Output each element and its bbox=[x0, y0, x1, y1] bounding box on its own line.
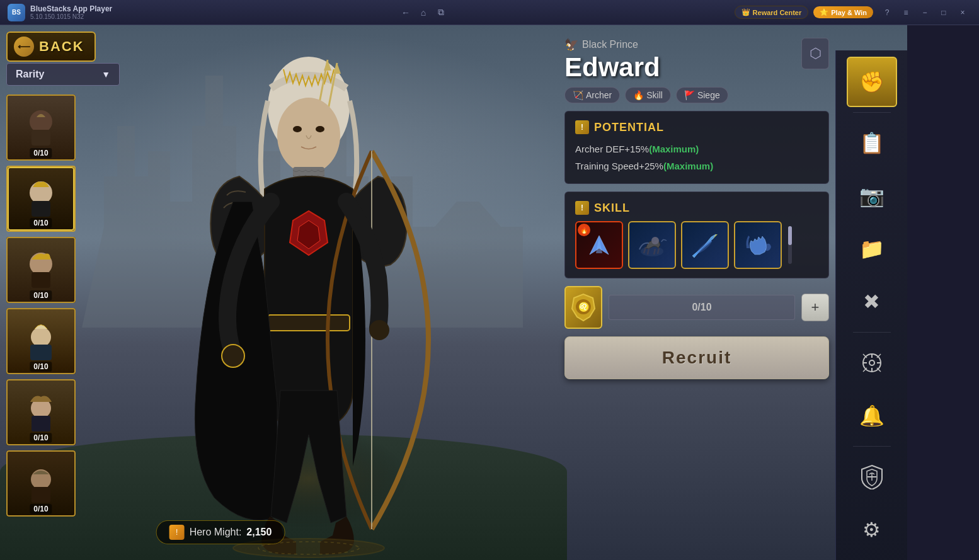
title-bar-left: BS BlueStacks App Player 5.10.150.1015 N… bbox=[8, 4, 112, 21]
back-label: BACK bbox=[39, 38, 84, 55]
help-btn[interactable]: ? bbox=[878, 6, 896, 20]
rarity-dropdown[interactable]: Rarity ▼ bbox=[6, 63, 120, 86]
hero-list-item-2[interactable]: 0/10 bbox=[6, 166, 76, 232]
sidebar-divider-1 bbox=[853, 112, 891, 113]
skill-scroll-thumb bbox=[788, 226, 792, 245]
hero-title-icon: 🦅 bbox=[564, 38, 578, 52]
sidebar-icon-shield[interactable] bbox=[847, 452, 897, 502]
sidebar-divider-2 bbox=[853, 332, 891, 333]
skill-cavalry-svg bbox=[636, 229, 668, 261]
potential-exclamation-icon: ! bbox=[575, 120, 589, 134]
recruit-add-button[interactable]: + bbox=[801, 294, 829, 321]
sidebar-icon-settings[interactable]: ⚙ bbox=[847, 505, 897, 555]
fist-icon: ✊ bbox=[859, 70, 885, 94]
minimize-btn[interactable]: − bbox=[916, 6, 934, 20]
back-arrow-icon: ⟵ bbox=[14, 37, 34, 57]
sidebar-icon-folder[interactable]: 📁 bbox=[847, 224, 897, 274]
nav-tabs-btn[interactable]: ⧉ bbox=[433, 5, 449, 20]
sidebar-icon-crosshair[interactable] bbox=[847, 338, 897, 388]
menu-btn[interactable]: ≡ bbox=[897, 6, 915, 20]
sidebar-icon-combat[interactable]: ✊ bbox=[847, 57, 897, 107]
sidebar-icon-close[interactable]: ✖ bbox=[847, 277, 897, 327]
siege-label: Siege bbox=[697, 90, 720, 100]
skill-item-1[interactable]: 🔥 bbox=[575, 221, 623, 269]
nav-back-btn[interactable]: ← bbox=[398, 5, 413, 20]
hero-subtitle: 🦅 Black Prince bbox=[564, 38, 728, 52]
potential-title: POTENTIAL bbox=[594, 121, 664, 134]
hero-might-bar: ! Hero Might: 2,150 bbox=[156, 520, 285, 544]
recruit-section: ♌ 0/10 + bbox=[564, 286, 829, 329]
hero-list-item-6[interactable]: 0/10 bbox=[6, 450, 76, 517]
potential-line-2: Training Speed+25%(Maximum) bbox=[575, 157, 818, 174]
potential-section: ! POTENTIAL Archer DEF+15%(Maximum) Trai… bbox=[564, 111, 829, 184]
skill-title: SKILL bbox=[594, 202, 630, 215]
gear-icon: ⚙ bbox=[862, 518, 881, 542]
nav-home-btn[interactable]: ⌂ bbox=[416, 5, 431, 20]
sidebar-icon-bell[interactable]: 🔔 bbox=[847, 391, 897, 441]
play-win-btn[interactable]: ⭐ Play & Win bbox=[813, 6, 873, 18]
potential-line-1: Archer DEF+15%(Maximum) bbox=[575, 140, 818, 157]
sidebar-icon-camera[interactable]: 📷 bbox=[847, 171, 897, 221]
skill-item-3[interactable] bbox=[681, 221, 729, 269]
hero-count-2: 0/10 bbox=[30, 218, 52, 228]
app-name-group: BlueStacks App Player 5.10.150.1015 N32 bbox=[30, 4, 112, 20]
skill-header: ! SKILL bbox=[575, 201, 818, 215]
potential-highlight-2: (Maximum) bbox=[663, 161, 713, 171]
skill-power-svg bbox=[742, 229, 774, 261]
hero-tags: 🏹 Archer 🔥 Skill 🚩 Siege bbox=[564, 87, 728, 103]
sidebar-icon-list[interactable]: 📋 bbox=[847, 118, 897, 168]
hero-main-name: Edward bbox=[564, 54, 728, 81]
potential-header: ! POTENTIAL bbox=[575, 120, 818, 134]
top-nav: ⟵ BACK bbox=[6, 31, 96, 62]
hero-rank-badge: ⬡ bbox=[801, 38, 829, 69]
archer-icon: 🏹 bbox=[573, 90, 583, 100]
right-panel: 🦅 Black Prince Edward 🏹 Archer 🔥 Skill 🚩 bbox=[558, 25, 835, 560]
game-area: ⟵ BACK Rarity ▼ 0/10 bbox=[0, 25, 907, 560]
recruit-progress-bar: 0/10 bbox=[609, 295, 795, 320]
svg-point-38 bbox=[869, 360, 874, 365]
skill-item-4[interactable] bbox=[734, 221, 782, 269]
hero-list-item-5[interactable]: 0/10 bbox=[6, 379, 76, 445]
archer-label: Archer bbox=[586, 90, 612, 100]
skill-section: ! SKILL 🔥 bbox=[564, 191, 829, 278]
maximize-btn[interactable]: □ bbox=[935, 6, 953, 20]
hero-count-3: 0/10 bbox=[30, 290, 52, 300]
hero-count-5: 0/10 bbox=[30, 433, 52, 443]
reward-center-btn[interactable]: 👑 Reward Center bbox=[735, 6, 809, 19]
skill-item-2[interactable] bbox=[628, 221, 676, 269]
reward-center-label: Reward Center bbox=[753, 9, 802, 16]
hero-list-item-1[interactable]: 0/10 bbox=[6, 94, 76, 161]
list-icon: 📋 bbox=[859, 131, 885, 155]
siege-flag-icon: 🚩 bbox=[684, 90, 695, 100]
hero-badge-icon: ♌ bbox=[564, 286, 602, 329]
skill-label: Skill bbox=[646, 90, 663, 100]
hero-name-block: 🦅 Black Prince Edward 🏹 Archer 🔥 Skill 🚩 bbox=[564, 38, 728, 103]
recruit-progress-value: 0/10 bbox=[692, 302, 711, 313]
hero-tag-skill: 🔥 Skill bbox=[625, 87, 671, 103]
skill-exclamation-icon: ! bbox=[575, 201, 589, 215]
recruit-button[interactable]: Recruit bbox=[564, 336, 829, 379]
hero-list-item-4[interactable]: 0/10 bbox=[6, 308, 76, 374]
title-bar-right: 👑 Reward Center ⭐ Play & Win ? ≡ − □ × bbox=[735, 6, 971, 20]
hero-tag-archer: 🏹 Archer bbox=[564, 87, 620, 103]
rank-icon: ⬡ bbox=[810, 45, 822, 62]
x-icon: ✖ bbox=[863, 290, 880, 314]
play-win-label: Play & Win bbox=[831, 9, 867, 16]
app-title: BlueStacks App Player bbox=[30, 4, 112, 13]
back-button[interactable]: ⟵ BACK bbox=[6, 31, 96, 62]
close-btn[interactable]: × bbox=[954, 6, 971, 20]
lion-badge-svg: ♌ bbox=[571, 293, 596, 322]
hero-title-text: Black Prince bbox=[582, 39, 638, 50]
title-bar-nav: ← ⌂ ⧉ bbox=[398, 5, 449, 20]
skill-scrollbar[interactable] bbox=[788, 226, 792, 264]
hero-list-item-3[interactable]: 0/10 bbox=[6, 237, 76, 303]
skill-fire-icon: 🔥 bbox=[633, 90, 644, 100]
shield-archer-svg bbox=[861, 464, 883, 489]
camera-icon: 📷 bbox=[859, 184, 885, 208]
hero-count-1: 0/10 bbox=[30, 148, 52, 158]
right-sidebar: ✊ 📋 📷 📁 ✖ bbox=[835, 50, 907, 560]
skill-fire-indicator: 🔥 bbox=[578, 224, 590, 236]
rarity-label: Rarity bbox=[16, 69, 44, 80]
skill-projectile-svg bbox=[689, 229, 721, 261]
window-controls: ? ≡ − □ × bbox=[878, 6, 971, 20]
